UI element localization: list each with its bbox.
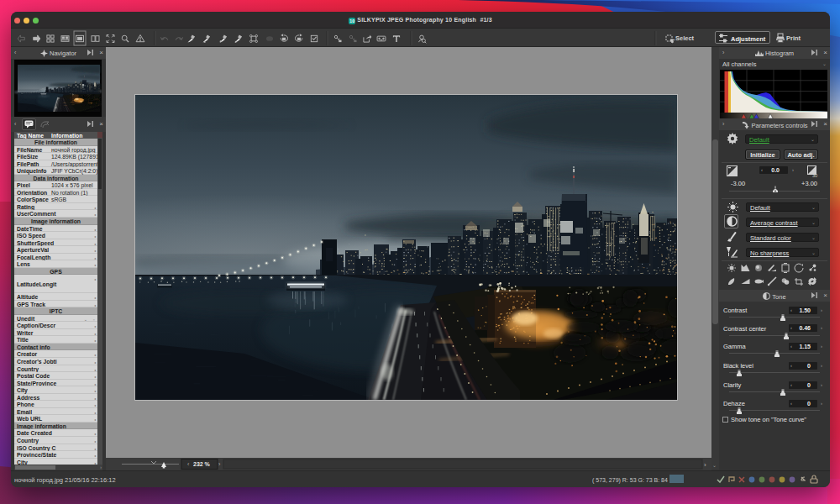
svg-text:232 %: 232 % [193, 461, 211, 467]
svg-text:30: 30 [812, 173, 817, 178]
svg-text:›: › [218, 461, 221, 467]
svg-text:›: › [704, 461, 706, 469]
